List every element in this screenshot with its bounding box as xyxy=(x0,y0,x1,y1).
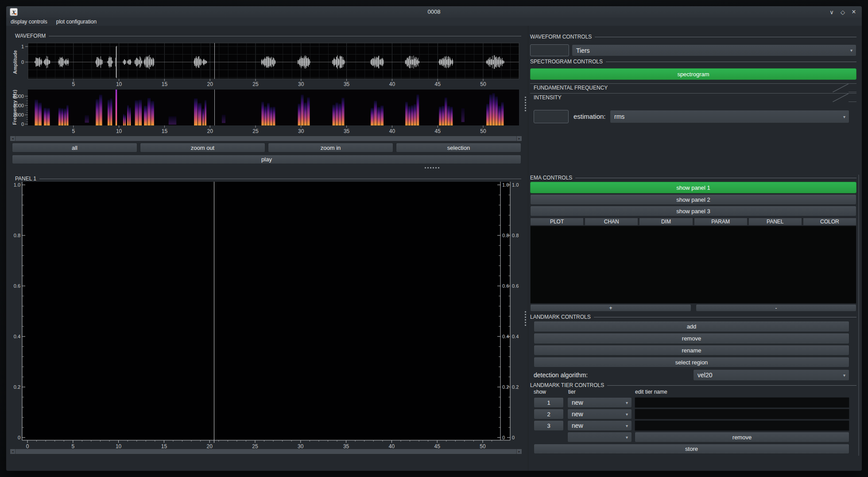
ema-table-header-row: PLOT CHAN DIM PARAM PANEL COLOR xyxy=(530,218,856,226)
col-chan: CHAN xyxy=(585,218,638,226)
show-panel-2-button[interactable]: show panel 2 xyxy=(530,194,856,205)
panel1-group-header: PANEL 1 xyxy=(15,176,521,182)
landmark-add-button[interactable]: add xyxy=(534,321,849,332)
landmark-remove-button[interactable]: remove xyxy=(534,333,849,344)
tier-show-button[interactable]: 1 xyxy=(534,397,564,408)
col-panel: PANEL xyxy=(748,218,802,226)
tier-show-button[interactable]: 3 xyxy=(534,420,564,431)
svg-text:0: 0 xyxy=(21,121,24,127)
right-edge-splitter[interactable] xyxy=(858,175,859,456)
tier-select[interactable]: new▾ xyxy=(567,397,632,408)
app-window: X 0008 ∨ ◇ × display controls plot confi… xyxy=(6,6,862,471)
scroll-left-icon[interactable]: ◂ xyxy=(10,136,15,141)
svg-text:20: 20 xyxy=(207,128,213,134)
tier-select-empty[interactable]: ▾ xyxy=(567,432,632,442)
ema-add-button[interactable]: + xyxy=(530,304,691,312)
ema-controls-header: EMA CONTROLS xyxy=(530,175,856,181)
tier-remove-button[interactable]: remove xyxy=(635,432,849,442)
ema-remove-button[interactable]: - xyxy=(696,304,856,312)
waveform-plot[interactable]: 10Amplitude5101520253035404550 xyxy=(12,40,521,90)
zoom-in-button[interactable]: zoom in xyxy=(268,143,393,152)
panel1-scrollbar[interactable]: ◂ ▸ xyxy=(10,449,522,454)
chevron-down-icon: ▾ xyxy=(626,412,628,417)
svg-text:1.0: 1.0 xyxy=(14,182,20,188)
zoom-out-button[interactable]: zoom out xyxy=(140,143,265,152)
pane-divider xyxy=(528,26,528,471)
ema-table-body[interactable] xyxy=(530,226,856,304)
tiers-combo[interactable]: Tiers▾ xyxy=(572,44,856,56)
svg-text:0.4: 0.4 xyxy=(512,334,519,339)
svg-text:0.2: 0.2 xyxy=(14,384,20,390)
spectrogram-plot[interactable]: 0200040006000Frequency (Hz)5101520253035… xyxy=(12,87,521,137)
spectrogram-toggle-button[interactable]: spectrogram xyxy=(530,68,856,80)
svg-text:40: 40 xyxy=(389,128,395,134)
scroll-thumb[interactable] xyxy=(15,136,517,141)
svg-text:30: 30 xyxy=(298,128,304,134)
landmark-select-region-button[interactable]: select region xyxy=(534,357,849,368)
selection-button[interactable]: selection xyxy=(396,143,521,152)
desktop: X 0008 ∨ ◇ × display controls plot confi… xyxy=(0,0,868,477)
scroll-right-icon[interactable]: ▸ xyxy=(517,449,522,454)
svg-text:1.0: 1.0 xyxy=(512,182,519,188)
chevron-down-icon: ▾ xyxy=(626,400,628,405)
controls-pane: WAVEFORM CONTROLS Tiers▾ SPECTROGRAM CON… xyxy=(530,6,856,471)
svg-text:35: 35 xyxy=(344,128,350,134)
col-dim: DIM xyxy=(639,218,693,226)
landmark-rename-button[interactable]: rename xyxy=(534,345,849,356)
all-button[interactable]: all xyxy=(12,143,137,152)
svg-text:Amplitude: Amplitude xyxy=(12,50,18,74)
chevron-down-icon: ▾ xyxy=(626,423,628,428)
zoom-button-row: all zoom out zoom in selection xyxy=(12,143,521,152)
svg-text:0.6: 0.6 xyxy=(14,283,20,289)
intensity-input[interactable] xyxy=(534,110,569,123)
svg-text:0: 0 xyxy=(512,435,515,440)
waveform-tier-input[interactable] xyxy=(530,44,569,56)
svg-text:5: 5 xyxy=(72,128,75,134)
tier-select[interactable]: new▾ xyxy=(567,420,632,431)
svg-text:0: 0 xyxy=(502,435,505,440)
show-panel-1-button[interactable]: show panel 1 xyxy=(530,182,856,193)
detection-algorithm-combo[interactable]: vel20▾ xyxy=(693,369,849,381)
tier-name-input[interactable] xyxy=(635,409,849,419)
menu-display-controls[interactable]: display controls xyxy=(6,18,52,26)
tier-name-input[interactable] xyxy=(635,420,849,431)
svg-text:40: 40 xyxy=(389,81,395,87)
waveform-controls-header: WAVEFORM CONTROLS xyxy=(530,34,856,40)
tier-show-button[interactable]: 2 xyxy=(534,409,564,419)
scroll-right-icon[interactable]: ▸ xyxy=(517,136,522,141)
svg-text:15: 15 xyxy=(162,128,168,134)
scroll-left-icon[interactable]: ◂ xyxy=(10,449,15,454)
svg-text:10: 10 xyxy=(116,81,122,87)
svg-text:0.6: 0.6 xyxy=(512,283,519,289)
svg-text:20: 20 xyxy=(207,81,213,87)
play-button[interactable]: play xyxy=(12,155,521,164)
scroll-thumb[interactable] xyxy=(15,449,517,454)
tier-select[interactable]: new▾ xyxy=(567,409,632,419)
show-panel-3-button[interactable]: show panel 3 xyxy=(530,206,856,216)
svg-text:25: 25 xyxy=(252,128,259,134)
svg-text:0.4: 0.4 xyxy=(14,334,20,339)
intensity-tab[interactable]: INTENSITY xyxy=(530,93,856,102)
store-button[interactable]: store xyxy=(534,444,849,454)
svg-text:0.8: 0.8 xyxy=(512,233,519,238)
chevron-down-icon: ▾ xyxy=(843,114,845,119)
svg-text:45: 45 xyxy=(435,128,441,134)
vertical-splitter-handle[interactable] xyxy=(524,311,527,326)
menu-plot-configuration[interactable]: plot configuration xyxy=(52,18,101,26)
waveform-scrollbar[interactable]: ◂ ▸ xyxy=(10,136,522,141)
tier-name-input[interactable] xyxy=(635,397,849,408)
panel1-plot[interactable]: 1.01.01.00.80.80.80.60.60.60.40.40.40.20… xyxy=(12,182,521,454)
chevron-down-icon: ▾ xyxy=(626,435,628,440)
svg-text:45: 45 xyxy=(435,81,441,87)
tier-col-tier: tier xyxy=(568,389,576,395)
horizontal-splitter-handle[interactable] xyxy=(425,167,439,168)
estimation-label: estimation: xyxy=(574,110,606,123)
detection-algorithm-label: detection algorithm: xyxy=(534,369,588,381)
fundamental-frequency-tab[interactable]: FUNDAMENTAL FREQUENCY xyxy=(530,83,856,92)
chevron-down-icon: ▾ xyxy=(843,373,845,378)
estimation-combo[interactable]: rms▾ xyxy=(610,110,849,123)
vertical-splitter-handle[interactable] xyxy=(524,97,527,111)
svg-text:5: 5 xyxy=(72,81,75,87)
svg-text:0: 0 xyxy=(18,435,20,440)
svg-text:10: 10 xyxy=(116,128,122,134)
